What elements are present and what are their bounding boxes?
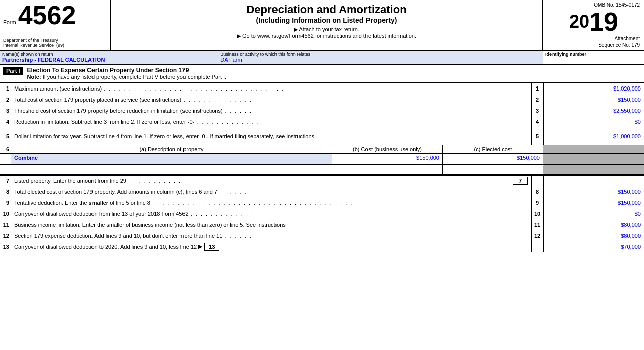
sequence-number: Sequence No. 179 [547,42,640,48]
activity-label: Business or activity to which this form … [220,52,541,57]
line-2-ref: 2 [531,94,543,105]
line-9-bold: smaller [89,200,109,206]
line-10-desc: Carryover of disallowed deduction from l… [11,208,531,219]
line-6-data-row: Combine $150,000 $150,000 [0,154,644,165]
line-13-row: 13 Carryover of disallowed deduction to … [0,241,644,252]
line-8-desc: Total elected cost of section 179 proper… [11,186,531,197]
line-6-number: 6 [0,145,11,153]
line-3-row: 3 Threshold cost of section 179 property… [0,105,644,116]
line-13-inline-ref: 13 [204,243,219,251]
year-suffix: 19 [589,9,618,35]
line-9-desc: Tentative deduction. Enter the smaller o… [11,197,531,208]
line-6-empty-a [11,165,332,174]
dept-line1: Department of the Treasury [3,38,107,43]
line-5-ref: 5 [531,127,543,145]
line-1-row: 1 Maximum amount (see instructions) . . … [0,83,644,94]
line-3-dots: . . . . . . [223,108,528,114]
line-3-value: $2,550,000 [543,105,644,116]
attachment-label: Attachment [547,36,640,41]
part-title: Election To Expense Certain Property Und… [27,67,189,74]
line-13-desc: Carryover of disallowed deduction to 202… [11,241,531,252]
line-9-number: 9 [0,197,11,208]
line-6-col-a-header: (a) Description of property [11,145,332,153]
line-8-ref: 8 [531,186,543,197]
line-2-number: 2 [0,94,11,105]
dept-line2: Internal Revenue Service (99) [3,43,107,48]
line-1-value: $1,020,000 [543,83,644,94]
part-badge: Part I [3,67,23,75]
line-2-value: $150,000 [543,94,644,105]
line-2-desc: Total cost of section 179 property place… [11,94,531,105]
line-11-ref: 11 [531,219,543,230]
line-6-col-b-value: $150,000 [332,154,443,164]
line-1-dots: . . . . . . . . . . . . . . . . . . . . … [102,85,528,92]
line-4-dots: . . . . . . . . . . . . . [194,119,528,125]
line-12-dots: . . . . . . [222,233,528,239]
part-title-block: Election To Expense Certain Property Und… [27,67,227,80]
activity-value: DA Farm [220,57,541,63]
line-9-value: $150,000 [543,197,644,208]
line-6-col-b-header: (b) Cost (business use only) [332,145,443,153]
omb-section: OMB No. 1545-0172 20 19 Attachment Seque… [543,0,644,50]
line-9-ref: 9 [531,197,543,208]
line-6-empty-b [332,165,443,174]
line-8-value: $150,000 [543,186,644,197]
line-12-desc: Section 179 expense deduction. Add lines… [11,230,531,241]
line-5-row: 5 Dollar limitation for tax year. Subtra… [0,127,644,145]
line-5-number: 5 [0,127,11,145]
line-7-row: 7 Listed property. Enter the amount from… [0,175,644,186]
form-id-section: Form 4562 Department of the Treasury Int… [0,0,111,50]
line-3-number: 3 [0,105,11,116]
line-4-ref: 4 [531,116,543,127]
line-8-dots: . . . . . . [217,189,528,195]
line-10-ref: 10 [531,208,543,219]
id-label: Identifying number [545,52,642,57]
line-13-arrow: ▶ [198,243,202,250]
line-7-inline-ref: 7 [513,177,528,185]
goto-instruction: ▶ Go to www.irs.gov/Form4562 for instruc… [116,33,537,39]
note-bold: Note: [27,74,41,80]
form-label: Form [3,19,16,25]
line-12-ref: 12 [531,230,543,241]
line-3-desc: Threshold cost of section 179 property b… [11,105,531,116]
line-7-number: 7 [0,176,11,186]
line-6-col-c-value: $150,000 [443,154,543,164]
line-6-col-c-header: (c) Elected cost [443,145,543,153]
line-4-row: 4 Reduction in limitation. Subtract line… [0,116,644,127]
line-7-desc: Listed property. Enter the amount from l… [11,176,531,186]
line-6-shaded-header [543,145,644,153]
year-prefix: 20 [569,11,589,32]
line-4-number: 4 [0,116,11,127]
line-10-dots: . . . . . . . . . . . . . [189,211,528,217]
line-6-empty-row [0,165,644,175]
line-2-row: 2 Total cost of section 179 property pla… [0,94,644,105]
line-12-value: $80,000 [543,230,644,241]
line-11-row: 11 Business income limitation. Enter the… [0,219,644,230]
sub-title: (Including Information on Listed Propert… [116,16,537,24]
activity-cell: Business or activity to which this form … [218,51,543,64]
line-9-dots: . . . . . . . . . . . . . . . . . . . . … [150,200,528,206]
line-1-number: 1 [0,83,11,94]
line-6-empty-shaded [543,165,644,174]
line-12-number: 12 [0,230,11,241]
line-1-desc: Maximum amount (see instructions) . . . … [11,83,531,94]
line-13-ref [531,241,543,252]
line-7-dots: . . . . . . . . . . . [126,178,511,184]
line-8-number: 8 [0,186,11,197]
line-5-value: $1,000,000 [543,127,644,145]
note-text: If you have any listed property, complet… [41,74,226,80]
attach-instruction: ▶ Attach to your tax return. [116,26,537,33]
line-6-empty-num [0,165,11,174]
line-6-empty-c [443,165,543,174]
line-4-value: $0 [543,116,644,127]
line-13-value: $70,000 [543,241,644,252]
name-label: Name(s) shown on return [2,52,216,57]
id-cell: Identifying number [543,51,644,64]
line-11-value: $80,000 [543,219,644,230]
line-11-number: 11 [0,219,11,230]
line-11-desc: Business income limitation. Enter the sm… [11,219,531,230]
line-9-row: 9 Tentative deduction. Enter the smaller… [0,197,644,208]
line-10-value: $0 [543,208,644,219]
line-12-row: 12 Section 179 expense deduction. Add li… [0,230,644,241]
line-7-value [543,176,644,186]
